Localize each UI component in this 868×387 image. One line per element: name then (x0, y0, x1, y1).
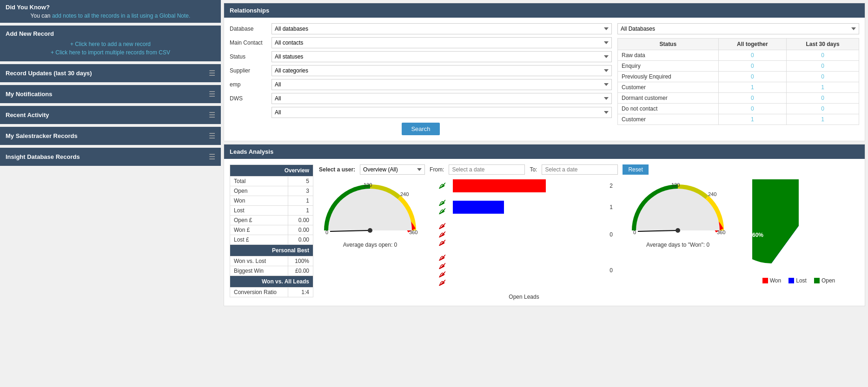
my-notifications-menu-icon: ☰ (209, 90, 215, 98)
personal-best-label: Personal Best (230, 245, 313, 256)
overview-value: 0.00 (288, 235, 313, 245)
gauge1-svg: 0 120 240 360 (319, 179, 421, 240)
status-cell: Customer (618, 114, 719, 125)
status-select[interactable]: All statuses (272, 51, 612, 62)
did-you-know-title: Did You Know? (6, 4, 215, 11)
overview-value: 0.00 (288, 216, 313, 225)
overview-label: Won £ (230, 225, 288, 235)
chili-icon-3: 🌶🌶🌶 (435, 222, 449, 247)
user-select[interactable]: Overview (All) (360, 164, 425, 175)
bar-row-3: 🌶🌶🌶 0 (435, 222, 613, 247)
overview-row: Lost 1 (230, 206, 313, 216)
status-table-row: Customer 1 1 (618, 82, 859, 93)
svg-text:120: 120 (364, 182, 372, 188)
gauge2-svg: 0 120 240 360 (627, 179, 729, 240)
legend-open-label: Open (822, 277, 835, 284)
last30-cell: 0 (787, 50, 859, 61)
overview-label: Total (230, 177, 288, 186)
bar-row-2: 🌶🌶 1 (435, 199, 613, 216)
supplier-select[interactable]: All categories (272, 65, 612, 76)
charts-top-bar: Select a user: Overview (All) From: To: … (319, 164, 859, 175)
all-together-cell: 1 (718, 82, 786, 93)
charts-area: Select a user: Overview (All) From: To: … (319, 164, 859, 300)
recent-activity-label: Recent Activity (6, 112, 49, 118)
gauge1-container: 0 120 240 360 Average days open: 0 (319, 179, 421, 248)
legend-open-dot (814, 278, 820, 283)
search-btn-row: Search (230, 123, 612, 135)
pb-value: 100% (288, 256, 313, 266)
search-button[interactable]: Search (402, 123, 439, 135)
overview-value: 5 (288, 177, 313, 186)
bar-track-4 (453, 264, 600, 277)
all-together-cell: 0 (718, 50, 786, 61)
legend-open: Open (814, 277, 835, 284)
pie-labels: 20% 20% 60% (738, 195, 859, 274)
all-together-cell: 0 (718, 104, 786, 114)
dws-select[interactable]: All (272, 93, 612, 104)
main-contact-select[interactable]: All contacts (272, 37, 612, 48)
main-contact-row: Main Contact All contacts (230, 37, 612, 48)
my-notifications-section[interactable]: My Notifications ☰ (0, 85, 221, 103)
insight-database-section[interactable]: Insight Database Records ☰ (0, 148, 221, 166)
personal-best-row: Won vs. Lost 100% (230, 256, 313, 266)
svg-point-11 (676, 228, 680, 233)
bar-fill-2 (453, 201, 504, 214)
to-label: To: (530, 166, 537, 173)
leads-section: Leads Analysis OverviewTotal 5Open 3Won … (224, 144, 865, 306)
legend-won-label: Won (770, 277, 781, 284)
overview-label: Won (230, 196, 288, 206)
bar-fill-1 (453, 179, 546, 192)
user-select-label: Select a user: (319, 166, 355, 173)
to-date-input[interactable] (542, 164, 618, 175)
emp-select[interactable]: All (272, 79, 612, 90)
reset-button[interactable]: Reset (623, 164, 648, 175)
overview-row: Open 3 (230, 186, 313, 196)
overview-label: Open £ (230, 216, 288, 225)
supplier-row: Supplier All categories (230, 65, 612, 76)
relationships-form: Database All databases Main Contact All … (230, 23, 612, 135)
dws-select2[interactable]: All (272, 107, 612, 118)
main-contact-label: Main Contact (230, 39, 272, 46)
record-updates-menu-icon: ☰ (209, 69, 215, 78)
insight-database-menu-icon: ☰ (209, 152, 215, 161)
overview-value: 1 (288, 206, 313, 216)
all-databases-dropdown-row: All Databases (617, 23, 859, 34)
all-together-cell: 0 (718, 61, 786, 72)
overview-row: Total 5 (230, 177, 313, 186)
overview-table: OverviewTotal 5Open 3Won 1Lost 1Open £ 0… (230, 164, 313, 297)
pie-legend: Won Lost Open (738, 277, 859, 284)
record-updates-section[interactable]: Record Updates (last 30 days) ☰ (0, 64, 221, 82)
overview-row: Won £ 0.00 (230, 225, 313, 235)
svg-point-5 (368, 228, 372, 233)
dws-label: DWS (230, 95, 272, 102)
status-col-header: Status (618, 39, 719, 50)
all-databases-select[interactable]: All Databases (617, 23, 859, 34)
gauge2-label: Average days to "Won": 0 (627, 242, 729, 248)
salestracker-section[interactable]: My Salestracker Records ☰ (0, 127, 221, 145)
add-new-record-links: + Click here to add a new record + Click… (6, 40, 215, 57)
bar-row-4: 🌶🌶🌶🌶 0 (435, 254, 613, 287)
bar-track-1 (453, 179, 600, 192)
add-new-record-link[interactable]: + Click here to add a new record (6, 40, 215, 48)
import-csv-link[interactable]: + Click here to import multiple records … (6, 48, 215, 57)
last30-cell: 0 (787, 104, 859, 114)
overview-row: Open £ 0.00 (230, 216, 313, 225)
salestracker-label: My Salestracker Records (6, 132, 78, 139)
chili-icon-4: 🌶🌶🌶🌶 (435, 254, 449, 287)
database-select[interactable]: All databases (272, 23, 612, 34)
overview-row: Lost £ 0.00 (230, 235, 313, 245)
bar-chart-area: 🌶 2 🌶🌶 1 (431, 179, 617, 300)
legend-won-dot (762, 278, 768, 283)
last30-cell: 0 (787, 72, 859, 82)
recent-activity-section[interactable]: Recent Activity ☰ (0, 106, 221, 124)
pie-won-label: 20% (806, 220, 816, 226)
status-cell: Previously Enquired (618, 72, 719, 82)
svg-line-10 (638, 230, 678, 231)
pb-label: Won vs. Lost (230, 256, 288, 266)
did-you-know-body: You can add notes to all the records in … (6, 13, 215, 19)
did-you-know-link[interactable]: add notes to all the records in a list u… (52, 13, 191, 19)
overview-label: Lost £ (230, 235, 288, 245)
svg-text:240: 240 (400, 191, 409, 197)
from-date-input[interactable] (449, 164, 525, 175)
last-30-days-col-header: Last 30 days (787, 39, 859, 50)
